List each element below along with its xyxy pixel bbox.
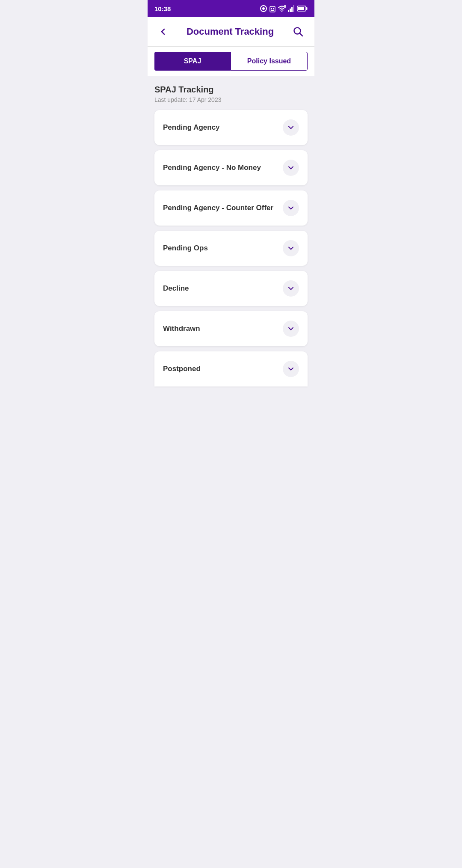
accordion-header-decline[interactable]: Decline <box>154 271 308 306</box>
svg-line-17 <box>300 33 303 36</box>
status-bar: 10:38 <box>148 0 314 17</box>
svg-rect-9 <box>288 10 289 12</box>
search-button[interactable] <box>290 24 306 39</box>
accordion-header-pending-ops[interactable]: Pending Ops <box>154 231 308 266</box>
app-bar: Document Tracking <box>148 17 314 47</box>
chevron-pending-agency-no-money[interactable] <box>283 160 299 176</box>
signal-icon <box>288 5 296 12</box>
svg-rect-5 <box>271 10 274 11</box>
sim-icon <box>269 5 276 12</box>
accordion-pending-agency: Pending Agency <box>154 110 308 145</box>
accordion-pending-ops: Pending Ops <box>154 231 308 266</box>
status-time: 10:38 <box>154 5 171 12</box>
svg-rect-3 <box>271 8 272 9</box>
battery-icon <box>297 6 308 12</box>
accordion-header-postponed[interactable]: Postponed <box>154 351 308 386</box>
last-update: Last update: 17 Apr 2023 <box>154 96 308 103</box>
accordion-label-pending-agency: Pending Agency <box>163 123 220 132</box>
svg-rect-4 <box>273 8 274 9</box>
accordion-header-pending-agency-counter-offer[interactable]: Pending Agency - Counter Offer <box>154 190 308 226</box>
tab-bar: SPAJ Policy Issued <box>148 47 314 76</box>
accordion-header-pending-agency-no-money[interactable]: Pending Agency - No Money <box>154 150 308 185</box>
chevron-pending-ops[interactable] <box>283 240 299 256</box>
accordion-pending-agency-no-money: Pending Agency - No Money <box>154 150 308 185</box>
tab-spaj[interactable]: SPAJ <box>154 52 231 71</box>
svg-point-6 <box>281 11 282 12</box>
svg-rect-14 <box>298 7 304 10</box>
circle-dot-icon <box>260 5 267 12</box>
accordion-label-pending-agency-no-money: Pending Agency - No Money <box>163 163 261 172</box>
chevron-postponed[interactable] <box>283 361 299 377</box>
accordion-withdrawn: Withdrawn <box>154 311 308 346</box>
svg-point-1 <box>262 7 265 10</box>
svg-rect-12 <box>293 5 294 12</box>
accordion-header-withdrawn[interactable]: Withdrawn <box>154 311 308 346</box>
chevron-decline[interactable] <box>283 280 299 297</box>
accordion-pending-agency-counter-offer: Pending Agency - Counter Offer <box>154 190 308 226</box>
main-content: SPAJ Tracking Last update: 17 Apr 2023 P… <box>148 76 314 395</box>
accordion-postponed: Postponed <box>154 351 308 386</box>
accordion-label-withdrawn: Withdrawn <box>163 324 200 333</box>
accordion-label-decline: Decline <box>163 284 189 293</box>
chevron-withdrawn[interactable] <box>283 321 299 337</box>
svg-rect-2 <box>270 6 275 12</box>
accordion-decline: Decline <box>154 271 308 306</box>
tab-policy-issued[interactable]: Policy Issued <box>231 52 308 71</box>
section-title: SPAJ Tracking <box>154 85 308 95</box>
accordion-label-pending-agency-counter-offer: Pending Agency - Counter Offer <box>163 204 273 212</box>
accordion-list: Pending Agency Pending Agency - No Money <box>154 110 308 386</box>
accordion-header-pending-agency[interactable]: Pending Agency <box>154 110 308 145</box>
chevron-pending-agency-counter-offer[interactable] <box>283 200 299 216</box>
accordion-label-postponed: Postponed <box>163 365 201 373</box>
wifi-icon <box>278 5 286 12</box>
chevron-pending-agency[interactable] <box>283 119 299 136</box>
page-title: Document Tracking <box>170 26 290 37</box>
svg-rect-10 <box>290 9 291 12</box>
svg-rect-11 <box>291 7 293 12</box>
status-icons <box>260 5 308 12</box>
accordion-label-pending-ops: Pending Ops <box>163 244 208 253</box>
section-header: SPAJ Tracking Last update: 17 Apr 2023 <box>154 85 308 103</box>
back-button[interactable] <box>156 25 170 39</box>
svg-rect-15 <box>306 7 308 10</box>
